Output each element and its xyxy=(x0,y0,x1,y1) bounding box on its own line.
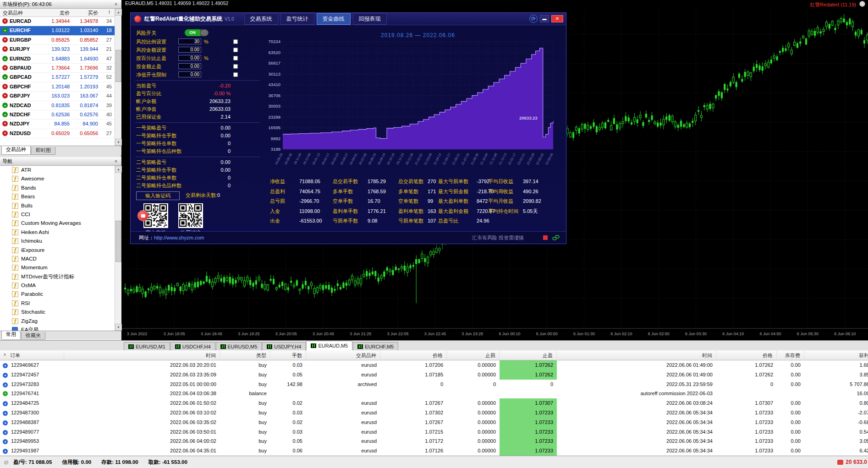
col-header[interactable]: 价格 xyxy=(380,350,447,360)
risk-input-field[interactable]: 0.00 xyxy=(178,63,201,69)
nav-item-awesome[interactable]: ƒAwesome xyxy=(0,174,115,183)
checkbox[interactable] xyxy=(233,72,238,77)
col-header[interactable]: 时间 xyxy=(64,350,220,360)
minimize-icon[interactable]: ▬ xyxy=(540,15,549,22)
order-row[interactable]: ▲12294873002022.06.06 03:10:02buy0.03eur… xyxy=(0,408,868,418)
tab-即时图[interactable]: 即时图 xyxy=(31,147,55,155)
market-row[interactable]: ▼EURGBP0.858250.8585227 xyxy=(0,36,115,45)
nav-item-bulls[interactable]: ƒBulls xyxy=(0,201,115,210)
col-header[interactable]: 止损 xyxy=(447,350,500,360)
order-row[interactable]: ▲12294919872022.06.06 04:35:01buy0.06eur… xyxy=(0,446,868,456)
nav-item-bands[interactable]: ƒBands xyxy=(0,184,115,192)
market-row[interactable]: ▼GBPJPY163.023163.06744 xyxy=(0,92,115,101)
nav-item-zigzag[interactable]: ƒZigZag xyxy=(0,317,115,326)
tab-常用[interactable]: 常用 xyxy=(1,331,21,340)
chart-tab-USDJPY,H4[interactable]: USDJPY,H4 xyxy=(262,342,306,350)
risk-input-field[interactable]: 30 xyxy=(178,38,201,44)
order-row[interactable]: ▲12294696272022.06.03 20:20:01buy0.03eur… xyxy=(0,360,868,370)
mw-col-symbol[interactable]: 交易品种 xyxy=(3,10,23,16)
nav-item-iexposure[interactable]: ƒiExposure xyxy=(0,246,115,255)
nav-item-custom-moving-averages[interactable]: ƒCustom Moving Averages xyxy=(0,219,115,228)
chart-tab-USDCHF,H4[interactable]: USDCHF,H4 xyxy=(170,342,215,350)
mw-col-sell[interactable]: 卖价 xyxy=(50,10,70,16)
market-watch-scrollbar[interactable]: ▲ ▼ xyxy=(115,9,121,146)
chart-tab-EURAUD,M5[interactable]: EURAUD,M5 xyxy=(306,341,352,350)
nav-item-osma[interactable]: ƒOsMA xyxy=(0,281,115,290)
col-header[interactable]: 价格 xyxy=(716,350,777,360)
terminal-close-icon[interactable]: × xyxy=(2,352,8,358)
checkbox[interactable] xyxy=(233,39,238,44)
order-row[interactable]: ▲12294899532022.06.06 04:00:02buy0.05eur… xyxy=(0,436,868,446)
nav-item-macd[interactable]: ƒMACD xyxy=(0,255,115,263)
navigator-close-icon[interactable]: × xyxy=(113,158,119,164)
svg-text:3188: 3188 xyxy=(271,147,280,152)
verify-code-button[interactable]: 输入验证码 xyxy=(136,191,180,200)
risk-input-field[interactable]: 0.00 xyxy=(178,71,201,77)
checkbox[interactable] xyxy=(233,56,238,60)
market-row[interactable]: ▼EURCAD1.349441.3497834 xyxy=(0,17,115,26)
col-header[interactable]: 库存费 xyxy=(777,350,804,360)
order-row[interactable]: ▲12294724572022.06.03 23:35:09buy0.05eur… xyxy=(0,370,868,380)
col-header[interactable]: 订单 xyxy=(0,350,64,360)
nav-item-atr[interactable]: ƒATR xyxy=(0,166,115,174)
order-row[interactable]: ▲12294890772022.06.06 03:50:01buy0.03eur… xyxy=(0,427,868,437)
col-header[interactable]: 获利 xyxy=(804,350,868,360)
order-row[interactable]: ▲12294847252022.06.06 01:50:02buy0.02eur… xyxy=(0,398,868,408)
nav-item-momentum[interactable]: ƒMomentum xyxy=(0,263,115,272)
market-row[interactable]: ▲NZDCAD0.818350.8187439 xyxy=(0,101,115,110)
navigator-scrollbar[interactable]: ▲ ▼ xyxy=(115,166,121,331)
col-header[interactable]: 手数 xyxy=(270,350,306,360)
nav-item-cci[interactable]: ƒCCI xyxy=(0,210,115,219)
nav-item-mtdriver盈亏统计指标[interactable]: ƒMTDriver盈亏统计指标 xyxy=(0,272,115,281)
market-row[interactable]: ▼EURJPY139.923139.94421 xyxy=(0,45,115,54)
tab-收藏夹[interactable]: 收藏夹 xyxy=(21,332,45,340)
order-row[interactable]: +12294767412022.06.04 03:06:38balanceaut… xyxy=(0,389,868,398)
risk-switch-toggle[interactable]: ON xyxy=(185,29,209,36)
redalert-tab-交易系统[interactable]: 交易系统 xyxy=(244,13,278,25)
close-icon[interactable]: ✕ xyxy=(551,15,563,22)
alert-icon[interactable] xyxy=(837,460,843,465)
link-icon[interactable] xyxy=(552,234,560,241)
market-row[interactable]: ▲GBPCAD1.572271.5727952 xyxy=(0,73,115,82)
risk-input-field[interactable]: 0.00 xyxy=(178,47,201,53)
risk-input-field[interactable]: 0.00 xyxy=(178,55,201,61)
col-header[interactable]: 止盈 xyxy=(500,350,557,360)
market-row[interactable]: ▲EURCHF1.031221.0314018 xyxy=(0,26,115,35)
checkbox[interactable] xyxy=(233,64,238,69)
tab-交易品种[interactable]: 交易品种 xyxy=(1,146,31,155)
app-badge-icon[interactable] xyxy=(859,1,865,7)
market-row[interactable]: ▼NZDJPY84.85584.90045 xyxy=(0,120,115,129)
website-url[interactable]: 网址：http://www.shyzm.com xyxy=(139,234,204,241)
redalert-titlebar[interactable]: 红警RedAlert量化辅助交易系统 V1.0 交易系统盈亏统计资金曲线回报表现… xyxy=(131,13,566,25)
col-header[interactable]: 类型 xyxy=(220,350,270,360)
redalert-tab-资金曲线[interactable]: 资金曲线 xyxy=(317,13,351,25)
record-icon[interactable] xyxy=(543,235,548,240)
market-row[interactable]: ▲EURNZD1.648831.6493047 xyxy=(0,54,115,64)
nav-item-ea[interactable]: EA交易 xyxy=(0,326,115,331)
nav-item-stochastic[interactable]: ƒStochastic xyxy=(0,308,115,316)
redalert-tab-盈亏统计[interactable]: 盈亏统计 xyxy=(280,13,314,25)
refresh-icon[interactable]: ⟳ xyxy=(529,15,538,23)
checkbox[interactable] xyxy=(233,48,238,52)
market-row[interactable]: ▼GBPCHF1.201481.2019345 xyxy=(0,82,115,92)
scan-camera-icon[interactable] xyxy=(137,210,148,221)
market-row[interactable]: ▼GBPAUD1.736641.7369632 xyxy=(0,64,115,73)
nav-item-parabolic[interactable]: ƒParabolic xyxy=(0,290,115,299)
nav-item-rsi[interactable]: ƒRSI xyxy=(0,299,115,308)
nav-item-bears[interactable]: ƒBears xyxy=(0,192,115,201)
redalert-tab-回报表现[interactable]: 回报表现 xyxy=(353,13,387,25)
market-row[interactable]: ▼NZDUSD0.650290.6505627 xyxy=(0,129,115,138)
chart-tab-EURCHF,M5[interactable]: EURCHF,M5 xyxy=(353,342,398,350)
chart-tab-EURUSD,M5[interactable]: EURUSD,M5 xyxy=(216,342,262,350)
nav-item-ichimoku[interactable]: ƒIchimoku xyxy=(0,237,115,245)
market-row[interactable]: ▲NZDCHF0.625360.6257640 xyxy=(0,110,115,120)
order-row[interactable]: ▲12294883872022.06.06 03:35:02buy0.02eur… xyxy=(0,418,868,427)
chart-tab-EURUSD,M1[interactable]: EURUSD,M1 xyxy=(124,342,170,350)
col-header[interactable]: 时间 xyxy=(557,350,716,360)
market-watch-close-icon[interactable]: × xyxy=(113,1,119,7)
order-row[interactable]: ▲12294732832022.05.01 00:00:00buy142.98a… xyxy=(0,380,868,389)
col-header[interactable]: 交易品种 xyxy=(306,350,380,360)
mw-col-buy[interactable]: 买价 xyxy=(79,10,98,16)
mw-col-spread[interactable]: ! xyxy=(104,10,110,15)
nav-item-heiken-ashi[interactable]: ƒHeiken Ashi xyxy=(0,228,115,237)
